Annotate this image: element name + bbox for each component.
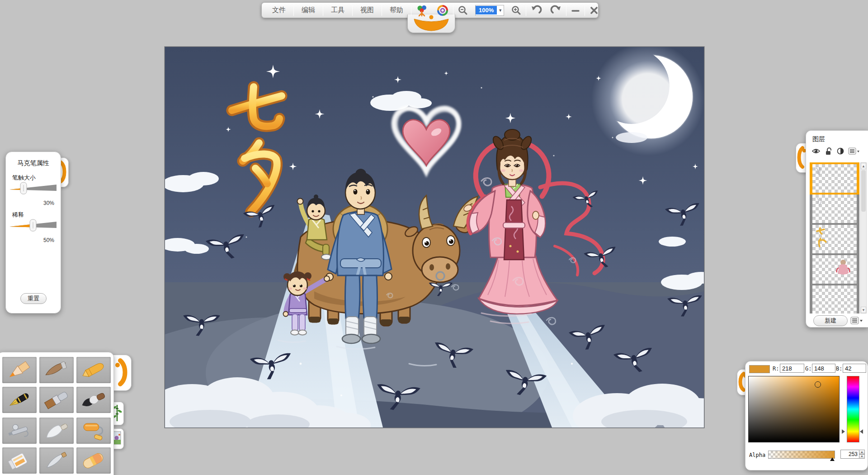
layer-options-menu-icon[interactable] (850, 317, 864, 325)
tool-eraser[interactable] (76, 447, 111, 474)
green-label: G: (805, 366, 811, 372)
zoom-in-button[interactable] (507, 3, 526, 18)
dilution-label: 稀释 (12, 211, 24, 219)
artwork (165, 47, 704, 428)
tool-palette-knife[interactable] (39, 418, 74, 444)
brush-size-slider-track[interactable] (9, 182, 57, 195)
layers-panel: 图层 (806, 130, 868, 328)
colorful-tree-icon (415, 4, 428, 17)
layer-item-4[interactable] (810, 255, 859, 285)
dilution-slider-track[interactable] (9, 219, 57, 232)
tool-flat-brush[interactable] (39, 387, 74, 413)
alpha-slider-thumb[interactable] (830, 457, 835, 461)
layers-panel-title: 图层 (812, 135, 868, 143)
main-toolbar: 文件 编辑 工具 视图 帮助 (261, 2, 599, 18)
scroll-down-icon[interactable]: ▼ (861, 307, 866, 313)
minimize-icon (571, 5, 580, 15)
tool-airbrush[interactable] (2, 418, 37, 444)
drawing-canvas[interactable] (165, 47, 704, 428)
hue-marker-left-icon[interactable] (842, 429, 845, 434)
menu-tools[interactable]: 工具 (323, 3, 352, 18)
mascot-eye-left-button[interactable] (411, 3, 432, 18)
saturation-value-square[interactable] (748, 376, 840, 442)
zoom-level-value[interactable]: 100% (476, 6, 497, 14)
zoom-in-icon (511, 5, 522, 16)
menu-help[interactable]: 帮助 (382, 3, 411, 18)
hue-bar[interactable] (847, 376, 859, 442)
alpha-label: Alpha (749, 452, 765, 458)
close-button[interactable] (585, 3, 603, 18)
mascot-ear-icon (112, 355, 130, 390)
marker-properties-panel: 马克笔属性 笔触大小 30% 稀释 50% 重置 (5, 152, 61, 314)
brush-palette-panel (0, 352, 114, 475)
undo-icon (530, 5, 542, 16)
sv-selector-ring[interactable] (815, 381, 821, 388)
brush-size-label: 笔触大小 (12, 174, 36, 182)
blue-value-input[interactable] (843, 364, 866, 373)
tool-pencil[interactable] (2, 357, 37, 383)
tool-paint-tube[interactable] (2, 447, 37, 474)
reset-button[interactable]: 重置 (20, 293, 47, 304)
brush-size-slider[interactable] (9, 182, 57, 195)
tool-wood-pencil[interactable] (39, 357, 74, 383)
redo-icon (550, 5, 562, 16)
green-value-input[interactable] (812, 364, 835, 373)
new-layer-button[interactable]: 新建 (813, 315, 848, 326)
tool-round-brush[interactable] (76, 387, 111, 413)
alpha-value-input[interactable] (840, 450, 859, 459)
zoom-dropdown-arrow-icon[interactable]: ▼ (497, 8, 504, 13)
zoom-out-icon (458, 5, 468, 16)
tool-paint-roller[interactable] (76, 418, 111, 444)
close-icon (589, 5, 599, 15)
red-label: R: (773, 366, 779, 372)
brush-size-value: 30% (43, 200, 54, 206)
marker-panel-title: 马克笔属性 (6, 159, 61, 167)
alpha-spinner[interactable]: ▲▼ (859, 450, 865, 459)
zoom-out-button[interactable] (453, 3, 472, 18)
tool-crayon[interactable] (76, 357, 111, 383)
red-value-input[interactable] (780, 364, 804, 373)
spinner-down-icon[interactable]: ▼ (859, 454, 865, 459)
scrollbar-thumb[interactable] (861, 170, 866, 212)
layer-item-1[interactable] (810, 162, 859, 195)
artwork-moon (591, 47, 704, 156)
brush-palette-collapse-tab[interactable] (112, 355, 132, 391)
color-picker-panel: R: G: B: Alpha ▲▼ (745, 361, 868, 470)
blue-label: B: (836, 366, 842, 372)
menu-view[interactable]: 视图 (353, 3, 382, 18)
layer-visibility-eye-icon[interactable] (811, 148, 821, 154)
hue-marker-right-icon[interactable] (860, 429, 863, 434)
mascot-eye-right-button[interactable] (432, 3, 453, 18)
menu-edit[interactable]: 编辑 (294, 3, 323, 18)
paint-app: 文件 编辑 工具 视图 帮助 (0, 0, 868, 475)
layer-unlock-icon[interactable] (825, 147, 833, 155)
scroll-up-icon[interactable]: ▲ (861, 163, 866, 169)
tool-fountain-pen[interactable] (2, 387, 37, 413)
minimize-button[interactable] (566, 3, 585, 18)
redo-button[interactable] (546, 3, 566, 18)
layer-menu-icon[interactable] (848, 147, 860, 155)
dilution-slider[interactable] (9, 219, 57, 232)
layer-list (810, 162, 859, 314)
alpha-slider[interactable] (768, 451, 835, 459)
zoom-level-combo[interactable]: 100% ▼ (472, 3, 507, 18)
menu-file[interactable]: 文件 (264, 3, 293, 18)
layer-item-2[interactable] (810, 195, 859, 225)
layer-list-scrollbar[interactable]: ▲ ▼ (860, 162, 867, 314)
spinner-up-icon[interactable]: ▲ (859, 450, 865, 454)
layer-item-5[interactable] (810, 285, 859, 314)
tool-blade-knife[interactable] (39, 447, 74, 474)
layer-blend-contrast-icon[interactable] (837, 147, 844, 155)
dilution-value: 50% (43, 237, 54, 243)
undo-button[interactable] (526, 3, 546, 18)
current-color-swatch[interactable] (749, 365, 770, 373)
layer-item-3[interactable] (810, 225, 859, 255)
colorful-swirl-icon (436, 4, 449, 17)
